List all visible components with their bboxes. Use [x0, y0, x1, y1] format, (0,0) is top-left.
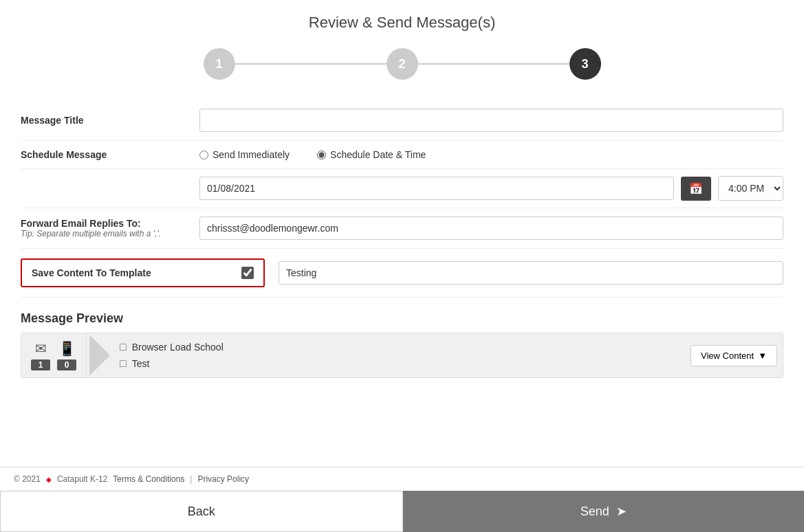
- email-icon: ✉: [35, 340, 47, 357]
- forward-email-tip: Tip: Separate multiple emails with a ','…: [21, 229, 199, 239]
- footer-bar: © 2021 ◆ Catapult K-12 Terms & Condition…: [0, 467, 804, 491]
- preview-content: □ Browser Load School □ Test: [110, 333, 685, 377]
- forward-email-label: Forward Email Replies To: Tip: Separate …: [21, 218, 199, 239]
- preview-box: ✉ 1 📱 0 □ Browser Load School: [21, 333, 783, 378]
- message-title-row: Message Title: [21, 100, 783, 141]
- preview-item-1: □ Browser Load School: [120, 341, 675, 353]
- schedule-label: Schedule Message: [21, 149, 199, 160]
- radio-group: Send Immediately Schedule Date & Time: [199, 149, 783, 160]
- terms-link[interactable]: Terms & Conditions: [113, 474, 184, 484]
- email-count: 1: [31, 359, 50, 370]
- step-2: 2: [387, 48, 418, 80]
- preview-item-label-1: Browser Load School: [132, 342, 224, 353]
- step-line-1: [235, 63, 387, 65]
- preview-header: ✉ 1 📱 0 □ Browser Load School: [21, 333, 783, 377]
- save-template-label: Save Content To Template: [32, 267, 233, 278]
- date-input[interactable]: [199, 177, 674, 200]
- preview-arrow: [89, 335, 110, 376]
- preview-item-label-2: Test: [132, 358, 150, 369]
- calendar-button[interactable]: 📅: [681, 177, 711, 201]
- schedule-datetime-label: Schedule Date & Time: [330, 149, 426, 160]
- chevron-down-icon: ▼: [758, 351, 767, 361]
- schedule-datetime-option[interactable]: Schedule Date & Time: [317, 149, 426, 160]
- diamond-icon: ◆: [46, 476, 52, 483]
- send-icon: ➤: [616, 504, 627, 519]
- forward-email-row: Forward Email Replies To: Tip: Separate …: [21, 208, 783, 249]
- datetime-row: 📅 4:00 PM 4:30 PM 5:00 PM: [21, 169, 783, 208]
- stepper: 1 2 3: [21, 48, 783, 80]
- view-content-button[interactable]: View Content ▼: [691, 345, 777, 366]
- time-select[interactable]: 4:00 PM 4:30 PM 5:00 PM: [718, 176, 783, 201]
- template-name-input[interactable]: [279, 261, 783, 285]
- forward-email-input[interactable]: [199, 217, 783, 240]
- preview-actions: View Content ▼: [685, 333, 783, 377]
- send-immediately-radio[interactable]: [199, 151, 208, 159]
- preview-icons: ✉ 1 📱 0: [21, 333, 87, 377]
- message-title-area: [199, 109, 783, 132]
- bottom-buttons: Back Send ➤: [0, 491, 804, 532]
- save-template-box: Save Content To Template: [21, 258, 265, 287]
- grid-icon-2: □: [120, 357, 127, 370]
- mobile-count: 0: [57, 359, 76, 370]
- step-3: 3: [569, 48, 601, 80]
- send-immediately-option[interactable]: Send Immediately: [199, 149, 290, 160]
- privacy-link[interactable]: Privacy Policy: [197, 474, 249, 484]
- page-title: Review & Send Message(s): [21, 14, 783, 32]
- message-title-label: Message Title: [21, 115, 199, 126]
- forward-email-area: [199, 217, 783, 240]
- send-immediately-label: Send Immediately: [213, 149, 290, 160]
- template-row: Save Content To Template: [21, 249, 783, 298]
- message-title-input[interactable]: [199, 109, 783, 132]
- divider: |: [190, 474, 192, 484]
- email-icon-btn[interactable]: ✉ 1: [31, 340, 50, 370]
- schedule-message-row: Schedule Message Send Immediately Schedu…: [21, 141, 783, 169]
- send-label: Send: [580, 505, 609, 519]
- send-button[interactable]: Send ➤: [403, 491, 805, 532]
- step-line-2: [418, 63, 569, 65]
- grid-icon-1: □: [120, 341, 127, 353]
- preview-section: Message Preview ✉ 1 📱 0: [21, 311, 783, 378]
- save-template-checkbox[interactable]: [241, 267, 254, 279]
- mobile-icon: 📱: [58, 340, 76, 357]
- copyright: © 2021: [14, 474, 41, 484]
- form-section: Message Title Schedule Message Send Imme…: [21, 100, 783, 298]
- preview-title: Message Preview: [21, 311, 783, 326]
- preview-icon-row: ✉ 1 📱 0: [31, 340, 76, 370]
- schedule-options: Send Immediately Schedule Date & Time: [199, 149, 783, 160]
- view-content-label: View Content: [701, 351, 754, 361]
- mobile-icon-btn[interactable]: 📱 0: [57, 340, 76, 370]
- brand: Catapult K-12: [57, 474, 107, 484]
- back-button[interactable]: Back: [0, 491, 403, 532]
- step-1: 1: [204, 48, 235, 80]
- preview-item-2: □ Test: [120, 357, 675, 370]
- schedule-datetime-radio[interactable]: [317, 151, 326, 159]
